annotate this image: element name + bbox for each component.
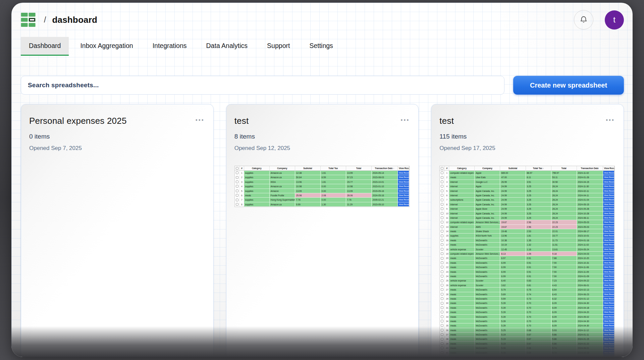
view-receipt-button[interactable]: View Receipt xyxy=(603,207,614,211)
view-receipt-button[interactable]: View Receipt xyxy=(398,198,409,202)
row-checkbox[interactable] xyxy=(235,202,240,207)
view-receipt-button[interactable]: View Receipt xyxy=(398,184,409,189)
row-checkbox[interactable] xyxy=(440,315,445,319)
row-checkbox[interactable] xyxy=(440,220,445,224)
view-receipt-button[interactable]: View Receipt xyxy=(603,283,614,288)
view-receipt-button[interactable]: View Receipt xyxy=(603,220,614,224)
view-receipt-button[interactable]: View Receipt xyxy=(603,319,614,323)
view-receipt-button[interactable]: View Receipt xyxy=(603,202,614,207)
view-receipt-button[interactable]: View Receipt xyxy=(398,175,409,179)
row-checkbox[interactable] xyxy=(235,189,240,193)
view-receipt-button[interactable]: View Receipt xyxy=(603,175,614,179)
view-receipt-button[interactable]: View Receipt xyxy=(398,171,409,175)
view-receipt-button[interactable]: View Receipt xyxy=(603,198,614,202)
view-receipt-button[interactable]: View Receipt xyxy=(603,265,614,269)
row-checkbox[interactable] xyxy=(440,297,445,301)
view-receipt-button[interactable]: View Receipt xyxy=(603,306,614,310)
row-checkbox[interactable] xyxy=(440,265,445,269)
row-checkbox[interactable] xyxy=(440,198,445,202)
view-receipt-button[interactable]: View Receipt xyxy=(603,252,614,256)
row-checkbox[interactable] xyxy=(440,202,445,207)
view-receipt-button[interactable]: View Receipt xyxy=(603,216,614,220)
row-checkbox[interactable] xyxy=(440,189,445,193)
row-checkbox[interactable] xyxy=(440,346,445,350)
view-receipt-button[interactable]: View Receipt xyxy=(603,238,614,243)
row-checkbox[interactable] xyxy=(440,252,445,256)
view-receipt-button[interactable]: View Receipt xyxy=(398,180,409,184)
view-receipt-button[interactable]: View Receipt xyxy=(603,337,614,341)
row-checkbox[interactable] xyxy=(235,175,240,179)
view-receipt-button[interactable]: View Receipt xyxy=(603,297,614,301)
row-checkbox[interactable] xyxy=(440,283,445,288)
tab-inbox-aggregation[interactable]: Inbox Aggregation xyxy=(72,37,141,56)
view-receipt-button[interactable]: View Receipt xyxy=(603,184,614,189)
row-checkbox[interactable] xyxy=(440,234,445,238)
user-avatar[interactable]: t xyxy=(605,10,624,30)
view-receipt-button[interactable]: View Receipt xyxy=(603,328,614,332)
row-checkbox[interactable] xyxy=(440,261,445,265)
view-receipt-button[interactable]: View Receipt xyxy=(603,310,614,314)
view-receipt-button[interactable]: View Receipt xyxy=(603,351,614,355)
view-receipt-button[interactable]: View Receipt xyxy=(603,301,614,305)
tab-dashboard[interactable]: Dashboard xyxy=(21,37,69,56)
view-receipt-button[interactable]: View Receipt xyxy=(398,202,409,207)
row-checkbox[interactable] xyxy=(440,292,445,297)
row-checkbox[interactable] xyxy=(235,193,240,198)
view-receipt-button[interactable]: View Receipt xyxy=(398,193,409,198)
row-checkbox[interactable] xyxy=(440,216,445,220)
card-more-icon[interactable]: ••• xyxy=(606,116,615,124)
card-more-icon[interactable]: ••• xyxy=(196,116,205,124)
view-receipt-button[interactable]: View Receipt xyxy=(603,292,614,297)
card-more-icon[interactable]: ••• xyxy=(400,116,410,124)
row-checkbox[interactable] xyxy=(440,243,445,247)
row-checkbox[interactable] xyxy=(440,342,445,346)
view-receipt-button[interactable]: View Receipt xyxy=(603,261,614,265)
row-checkbox[interactable] xyxy=(440,288,445,292)
view-receipt-button[interactable]: View Receipt xyxy=(603,256,614,260)
view-receipt-button[interactable]: View Receipt xyxy=(603,189,614,193)
search-input[interactable] xyxy=(21,76,504,95)
row-checkbox[interactable] xyxy=(440,270,445,274)
view-receipt-button[interactable]: View Receipt xyxy=(603,346,614,350)
row-checkbox[interactable] xyxy=(440,323,445,328)
row-checkbox[interactable] xyxy=(440,301,445,305)
view-receipt-button[interactable]: View Receipt xyxy=(603,243,614,247)
tab-integrations[interactable]: Integrations xyxy=(145,37,195,56)
view-receipt-button[interactable]: View Receipt xyxy=(603,288,614,292)
notifications-button[interactable] xyxy=(574,10,593,30)
row-checkbox[interactable] xyxy=(440,229,445,234)
row-checkbox[interactable] xyxy=(440,225,445,229)
view-receipt-button[interactable]: View Receipt xyxy=(603,323,614,328)
row-checkbox[interactable] xyxy=(440,238,445,243)
view-receipt-button[interactable]: View Receipt xyxy=(603,234,614,238)
row-checkbox[interactable] xyxy=(235,171,240,175)
row-checkbox[interactable] xyxy=(440,310,445,314)
row-checkbox[interactable] xyxy=(440,180,445,184)
row-checkbox[interactable] xyxy=(440,175,445,179)
view-receipt-button[interactable]: View Receipt xyxy=(603,332,614,337)
row-checkbox[interactable] xyxy=(440,319,445,323)
row-checkbox[interactable] xyxy=(235,166,240,171)
row-checkbox[interactable] xyxy=(440,256,445,260)
view-receipt-button[interactable]: View Receipt xyxy=(603,355,614,357)
row-checkbox[interactable] xyxy=(440,171,445,175)
row-checkbox[interactable] xyxy=(235,198,240,202)
view-receipt-button[interactable]: View Receipt xyxy=(603,211,614,216)
view-receipt-button[interactable]: View Receipt xyxy=(603,171,614,175)
spreadsheet-card[interactable]: test ••• 115 items Opened Sep 17, 2025 #… xyxy=(431,104,624,357)
tab-settings[interactable]: Settings xyxy=(301,37,341,56)
view-receipt-button[interactable]: View Receipt xyxy=(603,193,614,198)
row-checkbox[interactable] xyxy=(440,328,445,332)
row-checkbox[interactable] xyxy=(440,166,445,171)
row-checkbox[interactable] xyxy=(440,278,445,283)
spreadsheet-card[interactable]: Personal expenses 2025 ••• 0 items Opene… xyxy=(21,104,214,357)
row-checkbox[interactable] xyxy=(440,207,445,211)
row-checkbox[interactable] xyxy=(440,274,445,278)
view-receipt-button[interactable]: View Receipt xyxy=(603,274,614,278)
row-checkbox[interactable] xyxy=(440,184,445,189)
row-checkbox[interactable] xyxy=(440,193,445,198)
view-receipt-button[interactable]: View Receipt xyxy=(603,180,614,184)
row-checkbox[interactable] xyxy=(440,211,445,216)
row-checkbox[interactable] xyxy=(235,180,240,184)
tab-support[interactable]: Support xyxy=(259,37,298,56)
